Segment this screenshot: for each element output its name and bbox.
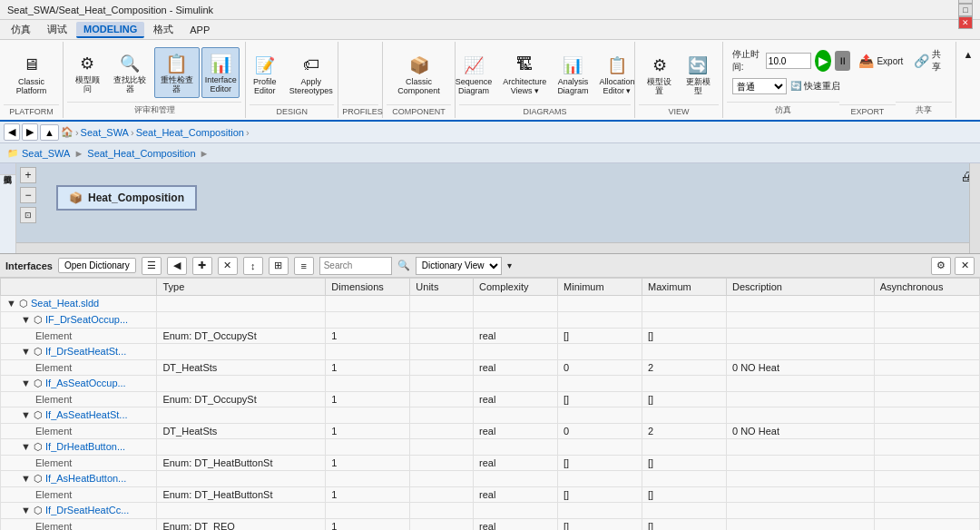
breadcrumb-seat-heat[interactable]: Seat_Heat_Composition <box>136 127 244 138</box>
expand-icon[interactable]: ▼ <box>6 298 16 309</box>
row-min-cell <box>558 344 642 360</box>
table-row[interactable]: ▼ ⬡ IF_DrSeatOccup... <box>1 312 980 329</box>
table-row[interactable]: ▼ ⬡ If_AsSeatOccup... <box>1 376 980 392</box>
menu-item-modeling[interactable]: MODELING <box>76 22 144 38</box>
expand-icon[interactable]: ▼ <box>21 314 31 325</box>
expand-icon[interactable]: ▼ <box>21 441 31 452</box>
table-row[interactable]: ElementEnum: DT_HeatButtonSt1real[][] <box>1 487 980 503</box>
table-row[interactable]: ▼ ⬡ If_AsHeatButton... <box>1 471 980 487</box>
update-model-button[interactable]: 🔄 更新模型 <box>680 50 717 99</box>
table-row[interactable]: ElementEnum: DT_OccupySt1real[][] <box>1 329 980 344</box>
view-dropdown[interactable]: Dictionary View Used In View All View <box>416 257 502 275</box>
table-row[interactable]: ElementEnum: DT_HeatButtonSt1real[][] <box>1 456 980 471</box>
open-dictionary-button[interactable]: Open Dictionary <box>58 258 136 273</box>
row-name[interactable]: If_DrHeatButton... <box>45 441 125 452</box>
sequence-diagram-button[interactable]: 📈 SequenceDiagram <box>451 50 497 99</box>
heat-composition-block[interactable]: 📦 Heat_Composition <box>56 185 197 211</box>
row-desc-cell <box>726 439 874 456</box>
tools-section-label: 评审和管理 <box>67 102 241 116</box>
row-name[interactable]: If_AsSeatOccup... <box>45 378 126 388</box>
analysis-diagram-button[interactable]: 📊 AnalysisDiagram <box>553 50 593 99</box>
property-inspector-button[interactable]: 📋 重性检查器 <box>154 47 201 98</box>
fit-button[interactable]: ⊡ <box>20 207 36 223</box>
find-compare-button[interactable]: 🔍 查找比较器 <box>108 48 152 97</box>
toolbar-icon-btn-5[interactable]: ↕ <box>243 257 263 275</box>
row-name[interactable]: IF_DrSeatOccup... <box>45 314 128 325</box>
toolbar-icon-btn-7[interactable]: ≡ <box>294 257 314 275</box>
expand-icon[interactable]: ▼ <box>21 473 31 484</box>
menu-item-debug[interactable]: 调试 <box>40 21 74 38</box>
panel-settings-button[interactable]: ⚙ <box>931 257 951 275</box>
maximize-button[interactable]: □ <box>958 4 973 16</box>
share-icon: 🔗 <box>914 53 929 69</box>
canvas-scrollbar-h[interactable] <box>16 242 969 253</box>
table-row[interactable]: ElementEnum: DT_OccupySt1real[][] <box>1 392 980 407</box>
row-name[interactable]: If_DrSeatHeatCc... <box>45 505 129 515</box>
side-tab-model-browser[interactable]: 模型浏览器 <box>0 163 15 175</box>
architecture-views-label: ArchitectureViews ▾ <box>503 78 546 96</box>
row-type-cell: Enum: DT_OccupySt <box>157 329 326 344</box>
panel-close-button[interactable]: ✕ <box>955 257 975 275</box>
classic-platform-button[interactable]: 🖥 ClassicPlatform <box>12 50 52 99</box>
toolbar-icon-btn-1[interactable]: ☰ <box>142 257 162 275</box>
canvas-area[interactable]: + − ⊡ 📦 Heat_Composition 🖨 <box>16 163 980 253</box>
table-row[interactable]: ElementDT_HeatSts1real020 NO Heat <box>1 360 980 376</box>
toolbar-icon-btn-3[interactable]: ✚ <box>192 257 212 275</box>
canvas-path-seat-swa[interactable]: Seat_SWA <box>22 148 70 159</box>
table-row[interactable]: ▼ ⬡ If_AsSeatHeatSt... <box>1 407 980 424</box>
row-name-cell: ▼ ⬡ IF_DrSeatOccup... <box>1 312 157 329</box>
expand-icon[interactable]: ▼ <box>21 378 31 388</box>
classic-component-button[interactable]: 📦 ClassicComponent <box>393 50 445 99</box>
table-row[interactable]: ElementEnum: DT_REQ1real[][] <box>1 519 980 531</box>
row-dim-cell <box>326 296 410 312</box>
forward-button[interactable]: ▶ <box>22 123 38 141</box>
sim-mode-dropdown[interactable]: 普通 加速 <box>732 78 787 94</box>
model-settings-button[interactable]: ⚙ 模型设置 <box>641 50 678 99</box>
row-name[interactable]: Seat_Heat.sldd <box>31 298 99 309</box>
expand-icon[interactable]: ▼ <box>21 505 31 515</box>
zoom-out-button[interactable]: − <box>20 187 36 203</box>
interfaces-title: Interfaces <box>5 260 53 271</box>
toolbar-icon-btn-6[interactable]: ⊞ <box>269 257 289 275</box>
close-button[interactable]: ✕ <box>958 16 973 29</box>
zoom-in-button[interactable]: + <box>20 167 36 183</box>
canvas-path-seat-heat[interactable]: Seat_Heat_Composition <box>87 148 195 159</box>
allocation-editor-button[interactable]: 📋 AllocationEditor ▾ <box>594 50 639 99</box>
ribbon-collapse-button[interactable]: ▲ <box>958 45 978 64</box>
model-advisor-button[interactable]: ⚙ 模型顾问 <box>69 48 106 97</box>
profile-editor-button[interactable]: 📝 ProfileEditor <box>247 50 283 99</box>
breadcrumb-seat-swa[interactable]: Seat_SWA <box>81 127 129 138</box>
up-button[interactable]: ▲ <box>40 124 59 141</box>
share-button[interactable]: 🔗 共享 <box>910 46 946 75</box>
expand-icon[interactable]: ▼ <box>21 346 31 357</box>
toolbar-icon-btn-2[interactable]: ◀ <box>167 257 187 275</box>
back-button[interactable]: ◀ <box>4 123 20 141</box>
interface-editor-button[interactable]: 📊 InterfaceEditor <box>201 47 240 98</box>
toolbar-icon-btn-4[interactable]: ✕ <box>218 257 238 275</box>
row-name[interactable]: If_DrSeatHeatSt... <box>45 346 126 357</box>
architecture-views-button[interactable]: 🏗 ArchitectureViews ▾ <box>498 50 551 99</box>
table-row[interactable]: ▼ ⬡ If_DrHeatButton... <box>1 439 980 456</box>
apply-stereotypes-button[interactable]: 🏷 ApplyStereotypes <box>285 50 338 99</box>
row-name[interactable]: If_AsSeatHeatSt... <box>45 409 128 420</box>
ribbon-profiles-section: PROFILES <box>338 42 383 118</box>
table-row[interactable]: ▼ ⬡ If_DrSeatHeatSt... <box>1 344 980 360</box>
table-row[interactable]: ▼ ⬡ If_DrSeatHeatCc... <box>1 503 980 519</box>
stop-time-input[interactable] <box>766 53 811 69</box>
menu-item-app[interactable]: APP <box>182 23 217 37</box>
menu-item-simulation[interactable]: 仿真 <box>4 21 38 38</box>
row-desc-cell <box>726 407 874 424</box>
run-button[interactable]: ▶ <box>815 50 832 72</box>
ribbon-component-section: 📦 ClassicComponent COMPONENT <box>383 42 456 118</box>
export-button[interactable]: 📤 Export <box>854 51 906 71</box>
row-type-cell <box>157 471 326 487</box>
table-row[interactable]: ▼ ⬡ Seat_Heat.sldd <box>1 296 980 312</box>
menu-item-format[interactable]: 格式 <box>146 21 181 38</box>
row-name[interactable]: If_AsHeatButton... <box>45 473 126 484</box>
expand-icon[interactable]: ▼ <box>21 409 31 420</box>
row-max-cell <box>642 471 727 487</box>
interfaces-search-input[interactable] <box>319 257 392 275</box>
canvas-scrollbar-v[interactable] <box>969 163 980 253</box>
pause-button[interactable]: ⏸ <box>835 51 850 71</box>
table-row[interactable]: ElementDT_HeatSts1real020 NO Heat <box>1 424 980 439</box>
